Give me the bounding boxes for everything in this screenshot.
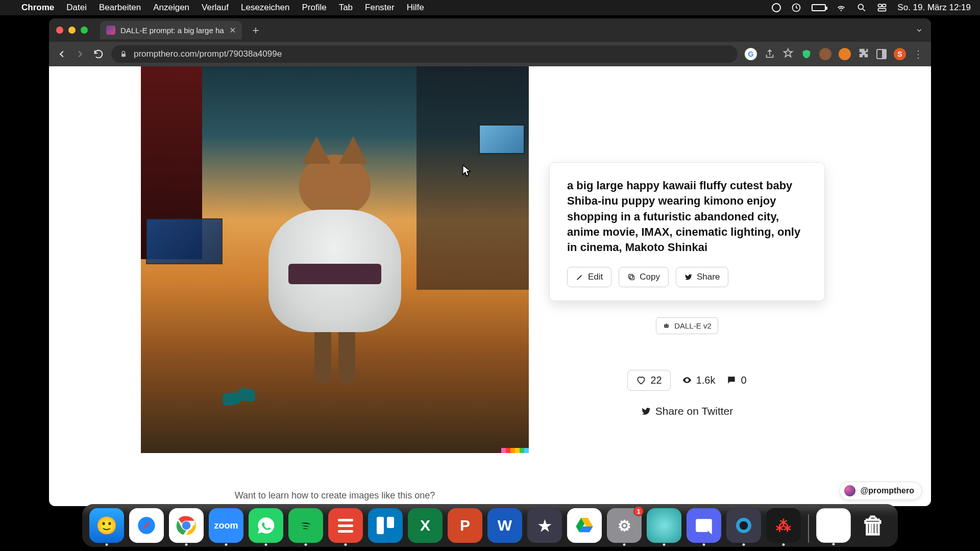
copy-icon [627, 273, 635, 281]
extension-icon-1[interactable] [819, 48, 831, 60]
dock-trash[interactable]: 🗑 [856, 508, 891, 543]
copy-button[interactable]: Copy [619, 267, 669, 287]
window-minimize-button[interactable] [68, 27, 76, 34]
window-traffic-lights [56, 27, 88, 34]
dock-zoom[interactable]: zoom [209, 508, 243, 543]
eye-icon [682, 375, 692, 385]
dalle-watermark-icon [501, 448, 529, 453]
tab-favicon-icon [106, 26, 115, 35]
dock-settings[interactable]: ⚙1 [607, 508, 642, 543]
dock-trello[interactable] [368, 508, 403, 543]
heart-icon [636, 375, 646, 385]
menu-profile[interactable]: Profile [302, 3, 326, 13]
model-chip[interactable]: DALL-E v2 [656, 317, 718, 334]
extensions-menu-icon[interactable] [858, 47, 869, 61]
dock-chrome[interactable] [169, 508, 204, 543]
dock-word[interactable]: W [487, 508, 522, 543]
dock-discord[interactable] [687, 508, 721, 543]
pencil-icon [576, 273, 584, 281]
wifi-icon[interactable] [836, 3, 846, 13]
share-page-icon[interactable] [764, 48, 775, 60]
back-button[interactable] [56, 48, 67, 60]
bookmark-star-icon[interactable] [782, 47, 794, 61]
extension-icon-2[interactable] [839, 48, 851, 60]
svg-rect-7 [629, 274, 633, 278]
svg-rect-4 [878, 9, 886, 11]
side-panel-icon[interactable] [876, 49, 887, 59]
generated-image[interactable] [141, 66, 529, 453]
profile-avatar[interactable]: S [894, 48, 906, 60]
prompt-card: a big large happy kawaii fluffy cutest b… [549, 162, 825, 301]
menu-hilfe[interactable]: Hilfe [407, 3, 424, 13]
tab-close-icon[interactable]: ✕ [229, 26, 236, 35]
menu-tab[interactable]: Tab [339, 3, 353, 13]
battery-icon[interactable] [812, 4, 826, 11]
address-bar[interactable]: prompthero.com/prompt/79038a4099e [111, 45, 738, 63]
edit-button[interactable]: Edit [567, 267, 611, 287]
menubar-clock[interactable]: So. 19. März 12:19 [897, 3, 971, 13]
search-icon[interactable] [856, 3, 867, 13]
dock-finder[interactable]: 🙂 [89, 508, 124, 543]
dock-excel[interactable]: X [408, 508, 443, 543]
window-close-button[interactable] [56, 27, 63, 34]
svg-point-9 [665, 325, 666, 327]
macos-menubar: Chrome Datei Bearbeiten Anzeigen Verlauf… [0, 0, 980, 15]
twitter-icon [641, 406, 651, 416]
browser-tab[interactable]: DALL-E prompt: a big large ha ✕ [100, 21, 242, 39]
svg-point-13 [182, 521, 191, 530]
dock-quicktime[interactable] [726, 508, 761, 543]
twitter-icon [684, 273, 693, 281]
menubar-app-name[interactable]: Chrome [21, 3, 54, 13]
screen-record-icon[interactable] [772, 3, 781, 12]
dock-app-teal[interactable] [647, 508, 681, 543]
comment-stat[interactable]: 0 [726, 374, 746, 386]
like-button[interactable]: 22 [627, 370, 670, 391]
dock-audio-app[interactable]: ⁂ [766, 508, 801, 543]
tab-overflow-icon[interactable] [915, 26, 924, 35]
dock-drive[interactable] [567, 508, 602, 543]
dock-whatsapp[interactable] [249, 508, 283, 543]
dock-imovie[interactable]: ★ [527, 508, 562, 543]
window-zoom-button[interactable] [81, 27, 88, 34]
forward-button[interactable] [75, 48, 86, 60]
view-stat: 1.6k [682, 374, 716, 386]
share-on-twitter-link[interactable]: Share on Twitter [549, 405, 825, 417]
comment-count: 0 [741, 374, 746, 386]
reload-button[interactable] [93, 48, 104, 60]
extension-shield-icon[interactable] [801, 48, 812, 60]
image-screen-left [146, 218, 223, 264]
dock-safari[interactable] [129, 508, 164, 543]
menu-anzeigen[interactable]: Anzeigen [153, 3, 189, 13]
svg-point-1 [859, 4, 864, 9]
menu-datei[interactable]: Datei [66, 3, 87, 13]
dock-preview[interactable]: 🖼 [816, 508, 851, 543]
menu-verlauf[interactable]: Verlauf [202, 3, 229, 13]
image-screen-right [479, 124, 525, 154]
menu-bearbeiten[interactable]: Bearbeiten [99, 3, 141, 13]
comment-icon [726, 375, 737, 385]
menu-fenster[interactable]: Fenster [365, 3, 395, 13]
like-count: 22 [650, 374, 662, 386]
dock-settings-badge: 1 [633, 506, 644, 516]
url-text: prompthero.com/prompt/79038a4099e [134, 49, 282, 59]
new-tab-button[interactable]: ＋ [247, 22, 264, 38]
dock-spotify[interactable] [288, 508, 323, 543]
lock-icon [119, 50, 128, 58]
learn-cta-text: Want to learn how to create images like … [141, 490, 529, 501]
site-badge-label: @prompthero [861, 486, 914, 495]
chrome-menu-icon[interactable]: ⋮ [913, 48, 924, 60]
site-badge[interactable]: @prompthero [840, 482, 922, 500]
image-subject [263, 155, 406, 379]
chrome-toolbar: prompthero.com/prompt/79038a4099e G S ⋮ [49, 42, 931, 66]
menu-lesezeichen[interactable]: Lesezeichen [241, 3, 289, 13]
share-button[interactable]: Share [676, 267, 728, 287]
svg-rect-6 [630, 276, 634, 280]
dock-todoist[interactable] [328, 508, 363, 543]
page-viewport: a big large happy kawaii fluffy cutest b… [49, 66, 931, 506]
control-center-icon[interactable] [877, 3, 887, 13]
google-translate-icon[interactable]: G [745, 48, 757, 60]
robot-icon [663, 322, 670, 330]
timer-icon[interactable] [791, 3, 801, 13]
dock-powerpoint[interactable]: P [448, 508, 482, 543]
svg-point-10 [667, 325, 668, 327]
